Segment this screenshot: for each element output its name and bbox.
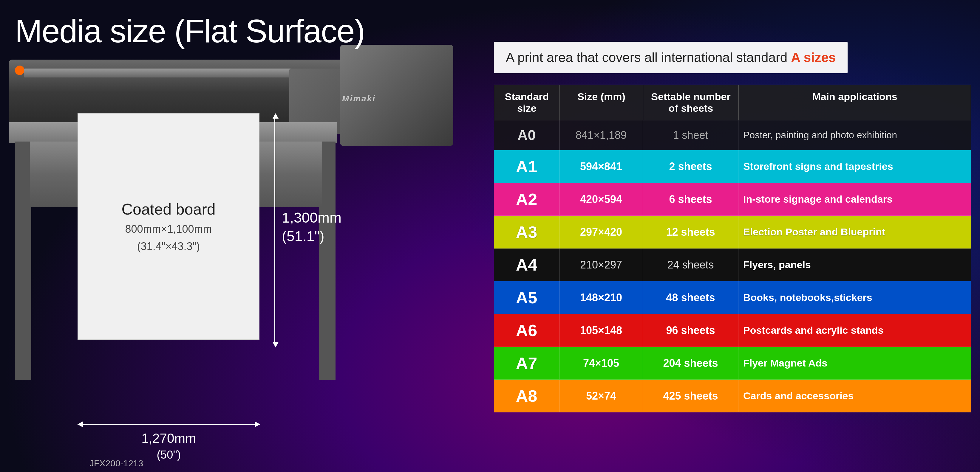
cell-size-a1: 594×841: [560, 150, 643, 183]
right-panel: A print area that covers all internation…: [494, 42, 971, 412]
cell-sheets-a2: 6 sheets: [643, 183, 738, 215]
page-title: Media size (Flat Surface): [15, 12, 365, 50]
height-label: 1,300mm (51.1"): [282, 209, 342, 246]
info-box: A print area that covers all internation…: [494, 42, 848, 73]
cell-application-a1: Storefront signs and tapestries: [738, 150, 971, 183]
cell-sheets-a7: 204 sheets: [643, 347, 738, 379]
table-row-a6: A6 105×148 96 sheets Postcards and acryl…: [494, 314, 971, 347]
printer-leg-left: [15, 141, 31, 380]
cell-sheets-a0: 1 sheet: [643, 120, 738, 150]
cell-size-a5: 148×210: [560, 281, 643, 314]
table-row-a4: A4 210×297 24 sheets Flyers, panels: [494, 249, 971, 281]
cell-sheets-a1: 2 sheets: [643, 150, 738, 183]
coated-board: Coated board 800mm×1,100mm (31.4"×43.3"): [78, 113, 259, 340]
coated-board-dims-metric: 800mm×1,100mm: [125, 223, 212, 235]
cell-application-a5: Books, notebooks,stickers: [738, 281, 971, 314]
coated-board-dims-imperial: (31.4"×43.3"): [137, 240, 200, 253]
cell-standard-a6: A6: [494, 314, 560, 347]
cell-sheets-a6: 96 sheets: [643, 314, 738, 347]
model-label: JFX200-1213: [89, 458, 143, 469]
cell-sheets-a5: 48 sheets: [643, 281, 738, 314]
cell-application-a3: Election Poster and Blueprint: [738, 216, 971, 248]
cell-size-a6: 105×148: [560, 314, 643, 347]
table-body: A0 841×1,189 1 sheet Poster, painting an…: [494, 120, 971, 412]
cell-standard-a0: A0: [494, 120, 560, 150]
table-row-a8: A8 52×74 425 sheets Cards and accessorie…: [494, 380, 971, 412]
height-dim-container: [271, 113, 278, 347]
col-header-sheets: Settable number of sheets: [643, 85, 739, 120]
height-dim-line: [274, 119, 275, 342]
cell-size-a7: 74×105: [560, 347, 643, 379]
cell-application-a4: Flyers, panels: [738, 249, 971, 281]
cell-application-a2: In-store signage and calendars: [738, 183, 971, 215]
table-header: Standard size Size (mm) Settable number …: [494, 85, 971, 120]
cell-standard-a5: A5: [494, 281, 560, 314]
coated-board-area: Coated board 800mm×1,100mm (31.4"×43.3"): [78, 113, 259, 340]
cell-sheets-a8: 425 sheets: [643, 380, 738, 412]
table-row-a0: A0 841×1,189 1 sheet Poster, painting an…: [494, 120, 971, 150]
cell-standard-a3: A3: [494, 216, 560, 248]
table-row-a5: A5 148×210 48 sheets Books, notebooks,st…: [494, 281, 971, 314]
cell-standard-a4: A4: [494, 249, 560, 281]
col-header-standard: Standard size: [494, 85, 560, 120]
table-row-a7: A7 74×105 204 sheets Flyer Magnet Ads: [494, 347, 971, 380]
cell-application-a6: Postcards and acrylic stands: [738, 314, 971, 347]
cell-standard-a1: A1: [494, 150, 560, 183]
cell-size-a8: 52×74: [560, 380, 643, 412]
cell-application-a8: Cards and accessories: [738, 380, 971, 412]
cell-size-a4: 210×297: [560, 249, 643, 281]
cell-application-a0: Poster, painting and photo exhibition: [738, 120, 971, 150]
table-row-a1: A1 594×841 2 sheets Storefront signs and…: [494, 150, 971, 183]
cell-standard-a8: A8: [494, 380, 560, 412]
cell-sheets-a4: 24 sheets: [643, 249, 738, 281]
cell-size-a3: 297×420: [560, 216, 643, 248]
cell-application-a7: Flyer Magnet Ads: [738, 347, 971, 379]
cell-standard-a7: A7: [494, 347, 560, 379]
cell-size-a2: 420×594: [560, 183, 643, 215]
coated-board-title: Coated board: [121, 200, 215, 218]
printer-logo-text: Mimaki: [342, 94, 376, 103]
height-arrow-top: [273, 113, 278, 119]
col-header-size: Size (mm): [560, 85, 643, 120]
info-box-wrapper: A print area that covers all internation…: [494, 42, 971, 79]
height-arrow-bottom: [273, 342, 278, 347]
table-row-a3: A3 297×420 12 sheets Election Poster and…: [494, 216, 971, 249]
cell-standard-a2: A2: [494, 183, 560, 215]
cell-sheets-a3: 12 sheets: [643, 216, 738, 248]
cell-size-a0: 841×1,189: [560, 120, 643, 150]
printer-indicator: [15, 65, 24, 75]
col-header-apps: Main applications: [739, 85, 971, 120]
width-label: 1,270mm: [78, 431, 260, 446]
width-dim-line: [78, 424, 260, 425]
table-row-a2: A2 420×594 6 sheets In-store signage and…: [494, 183, 971, 216]
